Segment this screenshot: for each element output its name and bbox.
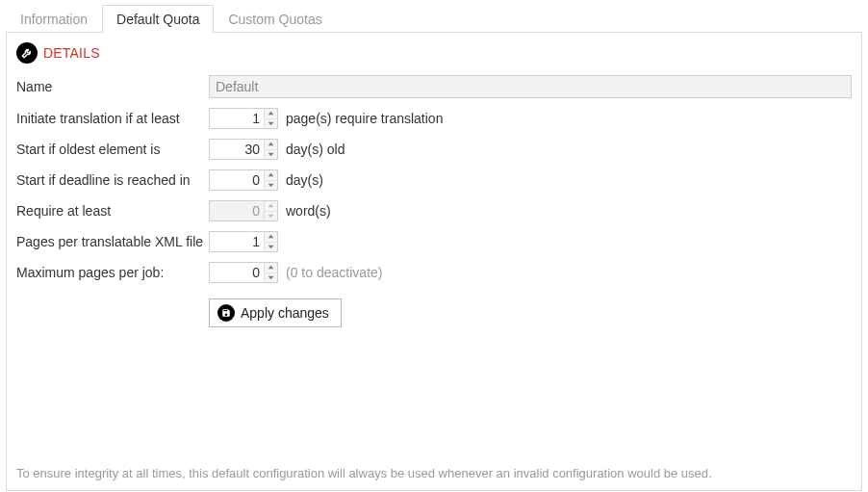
initiate-suffix: page(s) require translation <box>286 111 443 126</box>
stepper-up-button[interactable] <box>265 263 277 273</box>
label-oldest: Start if oldest element is <box>16 142 209 157</box>
stepper-up-button <box>265 201 277 212</box>
label-initiate: Initiate translation if at least <box>16 111 209 126</box>
svg-marker-4 <box>268 173 274 177</box>
svg-marker-5 <box>268 184 274 188</box>
details-form: Name Initiate translation if at least <box>16 75 852 327</box>
initiate-pages-stepper[interactable] <box>209 108 278 129</box>
svg-marker-8 <box>268 235 274 239</box>
maxjob-suffix: (0 to deactivate) <box>286 265 382 280</box>
stepper-down-button[interactable] <box>265 243 277 252</box>
maxjob-stepper[interactable] <box>209 262 278 283</box>
deadline-days-stepper[interactable] <box>209 169 278 191</box>
stepper-down-button[interactable] <box>265 150 277 160</box>
oldest-suffix: day(s) old <box>286 142 345 157</box>
tab-panel-default-quota: DETAILS Name Initiate translation if at … <box>6 33 862 491</box>
ppx-stepper[interactable] <box>209 231 278 252</box>
label-maxjob: Maximum pages per job: <box>16 265 209 280</box>
stepper-down-button <box>265 212 277 221</box>
words-input <box>210 201 264 220</box>
stepper-up-button[interactable] <box>265 140 277 150</box>
save-icon <box>217 304 235 322</box>
stepper-down-button[interactable] <box>265 181 277 191</box>
oldest-days-stepper[interactable] <box>209 139 278 160</box>
label-words: Require at least <box>16 203 209 219</box>
wrench-icon <box>16 42 38 64</box>
maxjob-input[interactable] <box>210 263 264 282</box>
svg-marker-3 <box>268 153 274 157</box>
tab-label: Default Quota <box>116 12 199 27</box>
tab-label: Custom Quotas <box>228 12 321 27</box>
details-title: DETAILS <box>43 45 100 61</box>
details-header: DETAILS <box>16 42 852 64</box>
label-ppx: Pages per translatable XML file <box>16 234 209 249</box>
tab-custom-quotas[interactable]: Custom Quotas <box>214 5 336 33</box>
label-deadline: Start if deadline is reached in <box>16 172 209 188</box>
svg-marker-7 <box>268 215 274 219</box>
deadline-suffix: day(s) <box>286 172 323 188</box>
label-name: Name <box>16 79 209 94</box>
initiate-pages-input[interactable] <box>210 109 264 128</box>
svg-marker-1 <box>268 122 274 126</box>
words-stepper <box>209 200 278 221</box>
stepper-up-button[interactable] <box>265 170 277 181</box>
svg-marker-2 <box>268 142 274 146</box>
apply-changes-label: Apply changes <box>241 305 329 321</box>
ppx-input[interactable] <box>210 232 264 251</box>
deadline-days-input[interactable] <box>210 170 264 190</box>
footer-note: To ensure integrity at all times, this d… <box>16 466 852 480</box>
svg-marker-9 <box>268 246 274 249</box>
tab-label: Information <box>20 12 88 27</box>
svg-marker-11 <box>268 276 274 280</box>
tabs-bar: Information Default Quota Custom Quotas <box>6 4 862 33</box>
name-input <box>209 75 852 98</box>
stepper-up-button[interactable] <box>265 109 277 119</box>
tab-default-quota[interactable]: Default Quota <box>102 5 214 33</box>
tab-information[interactable]: Information <box>6 5 102 33</box>
svg-marker-0 <box>268 112 274 116</box>
apply-changes-button[interactable]: Apply changes <box>209 298 342 327</box>
svg-marker-10 <box>268 266 274 270</box>
svg-marker-6 <box>268 204 274 208</box>
oldest-days-input[interactable] <box>210 140 264 159</box>
stepper-down-button[interactable] <box>265 119 277 129</box>
stepper-up-button[interactable] <box>265 232 277 243</box>
stepper-down-button[interactable] <box>265 273 277 283</box>
words-suffix: word(s) <box>286 203 331 219</box>
